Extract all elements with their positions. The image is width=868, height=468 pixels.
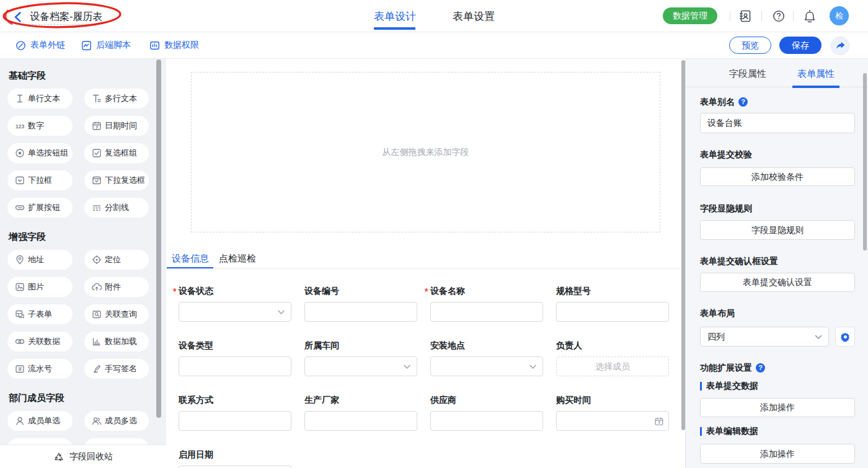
svg-text:123: 123 [16, 123, 24, 130]
